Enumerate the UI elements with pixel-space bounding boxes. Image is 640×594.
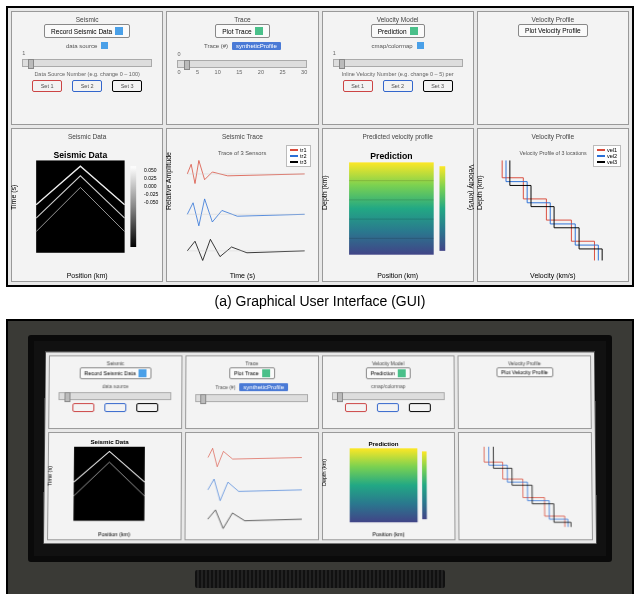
prediction-svg: Prediction (326, 141, 470, 278)
svg-rect-5 (349, 162, 434, 254)
slider-ticks: 1 (22, 50, 152, 56)
slider-caption: Data Source Number (e.g. change 0 – 100) (34, 71, 139, 77)
set1-button[interactable]: Set 1 (32, 80, 62, 92)
set2-button[interactable]: Set 2 (72, 80, 102, 92)
set3-button[interactable]: Set 3 (112, 80, 142, 92)
panel-title: Seismic (74, 15, 101, 24)
download-icon (115, 27, 123, 35)
velprofile-legend: vel1 vel2 vel3 (593, 145, 621, 167)
button-label: Prediction (378, 28, 407, 35)
slider-thumb[interactable] (339, 59, 345, 69)
cbar-label: Velocity (km/s) (468, 164, 475, 210)
seismic-overlay-title: Seismic Data (53, 150, 107, 160)
prediction-button[interactable]: Prediction (371, 24, 425, 38)
svg-rect-11 (73, 447, 144, 521)
prediction-plot: Prediction Depth (km) Velocity (km/s) Po… (326, 141, 470, 278)
plot-title: Seismic Trace (220, 132, 265, 141)
trace-slider[interactable] (177, 60, 307, 68)
plot-velprofile-button[interactable]: Plot Velocity Profile (518, 24, 588, 37)
velmodel-slider[interactable] (333, 59, 463, 67)
panel-trace-plot (184, 432, 318, 540)
trace-value-box[interactable]: syntheticProfile (232, 42, 281, 50)
plot-trace-button[interactable]: Plot Trace (229, 367, 275, 379)
plot-icon (255, 27, 263, 35)
set3-button[interactable]: Set 3 (423, 80, 453, 92)
param-label: cmap/colormap (372, 43, 413, 49)
control-row: Seismic Record Seismic Data data source … (11, 11, 629, 125)
panel-velprofile-plot: Velocity Profile Velocity Profile of 3 l… (477, 128, 629, 282)
panel-velprofile-controls: Velocity Profile Plot Velocity Profile (477, 11, 629, 125)
cbar-ticks: 0.050 0.025 0.000 -0.025 -0.050 (144, 166, 158, 206)
svg-rect-1 (130, 166, 136, 247)
plot-row: Seismic Data Seismic Data Ti (11, 128, 629, 282)
record-seismic-button[interactable]: Record Seismic Data (44, 24, 130, 38)
slider-ticks: 1 (333, 50, 463, 56)
panel-velprofile-plot (458, 432, 593, 540)
panel-title: Trace (232, 15, 252, 24)
button-label: Record Seismic Data (51, 28, 112, 35)
slider[interactable] (59, 392, 172, 400)
panel-seismic-controls: Seismic Record Seismic Data data source (48, 355, 182, 429)
trace-legend: tr1 tr2 tr3 (286, 145, 310, 167)
svg-rect-10 (439, 166, 445, 251)
plot-title: Seismic Data (66, 132, 108, 141)
ylabel: Depth (km) (320, 175, 327, 210)
slider[interactable] (195, 394, 308, 402)
seismic-overlay-title-b: Seismic Data (90, 438, 129, 445)
panel-prediction-plot: Predicted velocity profile Predi (322, 128, 474, 282)
record-seismic-button[interactable]: Record Seismic Data (79, 367, 152, 379)
set-buttons: Set 1 Set 2 Set 3 (343, 80, 453, 92)
cmap-icon (417, 42, 424, 49)
slider-caption: Inline Velocity Number (e.g. change 0 – … (342, 71, 454, 77)
panel-trace-controls: Trace Plot Trace Trace (#) syntheticProf… (166, 11, 318, 125)
plot-row: Seismic Data Time (s) Position (km) (47, 432, 593, 540)
button-label: Plot Trace (222, 28, 251, 35)
panel-title: Velocity Model (375, 15, 421, 24)
panel-seismic-plot: Seismic Data Time (s) Position (km) (47, 432, 182, 540)
plot-title: Predicted velocity profile (360, 132, 434, 141)
xlabel: Position (km) (377, 272, 418, 279)
param-label: data source (66, 43, 97, 49)
set-buttons: Set 1 Set 2 Set 3 (32, 80, 142, 92)
panel-seismic-plot: Seismic Data Seismic Data Ti (11, 128, 163, 282)
panel-trace-plot: Seismic Trace Trace of 3 Sensors (166, 128, 318, 282)
param-row: data source (66, 42, 108, 49)
seismic-svg: Seismic Data (15, 141, 159, 278)
plot-trace-button[interactable]: Plot Trace (215, 24, 269, 38)
ylabel: Relative Amplitude (165, 152, 172, 210)
xlabel: Velocity (km/s) (530, 272, 576, 279)
prediction-button[interactable]: Prediction (365, 367, 410, 379)
slider-thumb[interactable] (184, 60, 190, 70)
xlabel: Time (s) (230, 272, 255, 279)
panel-prediction-plot: Prediction Depth (km) Position (km) (321, 432, 455, 540)
slider-ticks: 0 (177, 51, 307, 57)
gui-window: Seismic Record Seismic Data data source … (6, 6, 634, 287)
ylabel: Time (s) (10, 184, 17, 209)
figure-a: Seismic Record Seismic Data data source … (6, 6, 634, 309)
download-icon (139, 369, 147, 377)
panel-trace-controls: Trace Plot Trace Trace (#)syntheticProfi… (185, 355, 319, 429)
xlabel: Position (km) (67, 272, 108, 279)
control-row: Seismic Record Seismic Data data source … (48, 355, 592, 429)
set1-button[interactable]: Set 1 (343, 80, 373, 92)
slider[interactable] (332, 392, 445, 400)
figure-b: Seismic Record Seismic Data data source … (6, 319, 634, 594)
param-row: Trace (#) syntheticProfile (204, 42, 281, 50)
predict-icon (398, 369, 406, 377)
prediction-overlay-title-b: Prediction (368, 440, 398, 447)
velprofile-plot: Velocity Profile of 3 locations vel1 vel… (481, 141, 625, 278)
panel-velmodel-controls: Velocity Model Prediction cmap/colormap (321, 355, 455, 429)
slider-ticks-row: 0 5 10 15 20 25 30 (177, 69, 307, 75)
velprofile-subtitle: Velocity Profile of 3 locations (519, 150, 586, 156)
panel-velprofile-controls: Velocity Profile Plot Velocity Profile (458, 355, 592, 429)
param-label: Trace (#) (204, 43, 228, 49)
figure-a-caption: (a) Graphical User Interface (GUI) (6, 293, 634, 309)
ylabel: Depth (km) (475, 175, 482, 210)
data-source-slider[interactable] (22, 59, 152, 67)
prediction-overlay-title: Prediction (370, 151, 412, 161)
plot-title: Velocity Profile (530, 132, 577, 141)
panel-title: Velocity Profile (530, 15, 577, 24)
plot-velprofile-button[interactable]: Plot Velocity Profile (496, 367, 553, 377)
slider-thumb[interactable] (28, 59, 34, 69)
set2-button[interactable]: Set 2 (383, 80, 413, 92)
